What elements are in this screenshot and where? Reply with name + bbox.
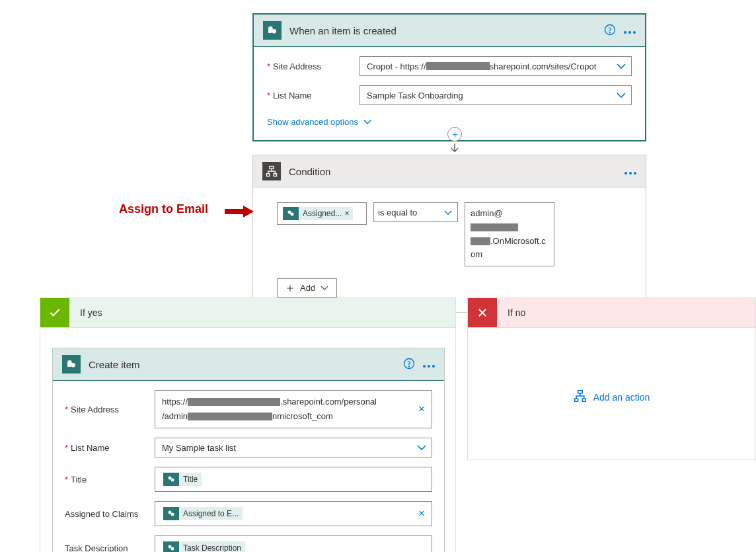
sharepoint-icon: [163, 541, 179, 552]
svg-rect-19: [67, 364, 71, 367]
add-condition-button[interactable]: Add: [277, 278, 337, 297]
trigger-card: When an item is created Site Address Cro…: [252, 13, 646, 141]
svg-point-25: [169, 477, 172, 480]
remove-token-icon[interactable]: ×: [344, 209, 349, 218]
branch-yes: If yes Create item Site: [40, 297, 456, 552]
svg-point-12: [629, 172, 632, 175]
sharepoint-icon: [283, 207, 299, 220]
svg-point-13: [634, 172, 636, 175]
chevron-down-icon[interactable]: [617, 90, 626, 100]
redacted: [471, 237, 490, 245]
svg-point-4: [610, 32, 611, 33]
redacted: [426, 62, 490, 70]
condition-icon: [262, 162, 281, 180]
add-action-button[interactable]: Add an action: [574, 389, 650, 405]
svg-rect-16: [225, 209, 243, 214]
svg-point-23: [428, 365, 430, 368]
condition-operator[interactable]: is equal to: [373, 202, 458, 222]
assigned-input[interactable]: Assigned to E... ×: [155, 501, 432, 526]
add-step-button[interactable]: ＋: [447, 127, 462, 141]
condition-right-value[interactable]: admin@ .OnMicrosoft.c om: [465, 202, 554, 266]
site-address-label: Site Address: [65, 405, 155, 414]
sharepoint-icon: [163, 507, 179, 520]
taskdesc-input[interactable]: Task Description: [155, 535, 432, 552]
svg-rect-34: [574, 399, 578, 401]
dynamic-token[interactable]: Task Description: [163, 541, 245, 552]
svg-point-26: [171, 479, 174, 482]
help-icon[interactable]: [604, 24, 616, 38]
svg-point-29: [169, 545, 172, 549]
branch-no: If no Add an action: [467, 297, 756, 460]
svg-point-18: [71, 363, 75, 368]
dynamic-token[interactable]: Assigned to E...: [163, 507, 243, 520]
check-icon: [40, 298, 69, 327]
create-item-title: Create item: [89, 359, 403, 370]
title-input[interactable]: Title: [155, 467, 432, 492]
svg-point-11: [624, 172, 627, 175]
list-name-label: List Name: [267, 91, 359, 100]
sharepoint-icon: [163, 473, 179, 486]
svg-rect-35: [582, 399, 586, 401]
more-icon[interactable]: [423, 359, 435, 370]
chevron-down-icon[interactable]: [617, 61, 626, 71]
arrow-down-icon: [449, 142, 461, 156]
svg-point-6: [628, 31, 631, 34]
create-item-card: Create item Site Address https://.sharep…: [52, 348, 445, 552]
annotation-text: Assign to Email: [119, 202, 208, 216]
clear-icon[interactable]: ×: [418, 400, 425, 419]
svg-point-5: [624, 31, 626, 34]
add-action-icon: [574, 389, 587, 405]
sharepoint-icon: [62, 355, 81, 374]
svg-point-7: [633, 31, 636, 34]
title-label: Title: [65, 475, 155, 485]
svg-point-27: [169, 511, 172, 514]
create-item-header[interactable]: Create item: [53, 348, 444, 381]
chevron-down-icon[interactable]: [444, 207, 452, 217]
svg-point-22: [423, 365, 426, 368]
condition-header[interactable]: Condition: [253, 155, 646, 188]
trigger-header[interactable]: When an item is created: [254, 15, 645, 47]
svg-rect-10: [274, 174, 277, 177]
list-name-label: List Name: [65, 443, 155, 453]
help-icon[interactable]: [403, 358, 415, 372]
chevron-down-icon[interactable]: [417, 442, 426, 453]
redacted: [471, 223, 518, 231]
list-name-input[interactable]: My Sample task list: [155, 438, 432, 457]
site-address-label: Site Address: [267, 61, 359, 71]
svg-point-14: [288, 211, 291, 214]
branch-yes-header[interactable]: If yes: [40, 297, 456, 328]
condition-card: Condition Assigned... × is equal to: [252, 155, 646, 313]
svg-point-1: [272, 29, 276, 34]
svg-rect-8: [270, 167, 274, 169]
dynamic-token[interactable]: Title: [163, 473, 202, 486]
show-advanced-options[interactable]: Show advanced options: [267, 114, 371, 136]
trigger-title: When an item is created: [289, 25, 604, 36]
clear-icon[interactable]: ×: [418, 507, 425, 520]
svg-rect-2: [268, 30, 272, 33]
assigned-label: Assigned to Claims: [65, 509, 155, 519]
annotation-arrow-icon: [225, 206, 254, 219]
redacted: [188, 398, 280, 406]
list-name-input[interactable]: Sample Task Onboarding: [359, 85, 632, 105]
site-address-input[interactable]: Cropot - https://sharepoint.com/sites/Cr…: [359, 56, 632, 76]
condition-left-value[interactable]: Assigned... ×: [277, 202, 367, 225]
branch-no-header[interactable]: If no: [467, 297, 756, 328]
svg-point-24: [432, 365, 435, 368]
svg-point-28: [171, 513, 174, 516]
connector: ＋: [448, 126, 461, 156]
redacted: [188, 413, 272, 420]
svg-point-15: [291, 213, 294, 216]
more-icon[interactable]: [624, 25, 636, 36]
dynamic-token[interactable]: Assigned... ×: [283, 207, 353, 220]
svg-rect-9: [267, 174, 270, 177]
more-icon[interactable]: [624, 166, 636, 177]
site-address-input[interactable]: https://.sharepoint.com/personal /adminn…: [155, 390, 432, 428]
svg-point-21: [409, 366, 410, 367]
condition-title: Condition: [289, 166, 624, 177]
svg-point-30: [171, 547, 174, 551]
close-icon: [468, 298, 497, 327]
sharepoint-icon: [263, 21, 282, 40]
taskdesc-label: Task Description: [65, 543, 155, 552]
svg-rect-33: [578, 391, 582, 393]
